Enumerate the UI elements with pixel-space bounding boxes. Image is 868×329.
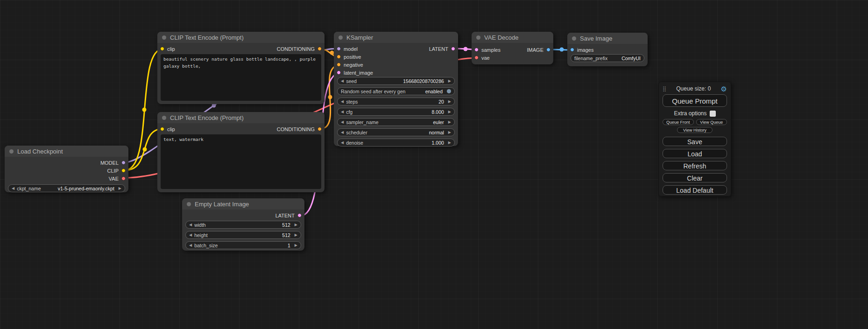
- widget-name: width: [194, 222, 206, 228]
- collapse-dot-icon[interactable]: [476, 35, 480, 40]
- collapse-dot-icon[interactable]: [162, 116, 166, 120]
- output-label: CONDITIONING: [277, 126, 315, 132]
- node-empty-latent-image[interactable]: Empty Latent Image LATENT ◀ width 512 ▶ …: [182, 198, 304, 251]
- model-input-port[interactable]: [337, 47, 341, 51]
- next-arrow-icon[interactable]: ▶: [295, 243, 297, 247]
- images-input-port[interactable]: [570, 48, 574, 52]
- prev-arrow-icon[interactable]: ◀: [341, 99, 344, 104]
- node-title-bar[interactable]: Empty Latent Image: [182, 198, 304, 210]
- widget-value: euler: [433, 119, 444, 125]
- next-arrow-icon[interactable]: ▶: [448, 130, 451, 134]
- steps-widget[interactable]: ◀ steps 20 ▶: [337, 98, 455, 105]
- prompt-textarea[interactable]: text, watermark: [161, 134, 321, 189]
- prev-arrow-icon[interactable]: ◀: [341, 120, 344, 124]
- node-title: KSampler: [346, 34, 373, 41]
- next-arrow-icon[interactable]: ▶: [448, 120, 451, 124]
- node-title-bar[interactable]: CLIP Text Encode (Prompt): [157, 32, 325, 43]
- io-row: samples IMAGE: [472, 46, 553, 54]
- input-label: vae: [481, 55, 490, 61]
- conditioning-output-port[interactable]: [318, 127, 322, 131]
- clear-button[interactable]: Clear: [663, 173, 727, 182]
- node-title-bar[interactable]: CLIP Text Encode (Prompt): [157, 112, 325, 123]
- samples-input-port[interactable]: [474, 48, 479, 52]
- node-title-bar[interactable]: VAE Decode: [472, 32, 553, 43]
- latent-image-input-port[interactable]: [337, 70, 341, 75]
- input-label: samples: [481, 47, 501, 53]
- next-arrow-icon[interactable]: ▶: [119, 186, 121, 190]
- queue-prompt-button[interactable]: Queue Prompt: [663, 94, 727, 107]
- positive-input-port[interactable]: [337, 55, 341, 59]
- vae-input-port[interactable]: [474, 56, 479, 60]
- graph-canvas[interactable]: Load Checkpoint MODEL CLIP VAE ◀ ckpt_na…: [0, 0, 868, 329]
- filename-prefix-widget[interactable]: filename_prefix ComfyUI: [571, 54, 644, 62]
- image-output-port[interactable]: [546, 48, 550, 52]
- prev-arrow-icon[interactable]: ◀: [341, 110, 344, 114]
- prev-arrow-icon[interactable]: ◀: [341, 79, 344, 83]
- cfg-widget[interactable]: ◀ cfg 8.000 ▶: [337, 108, 455, 116]
- collapse-dot-icon[interactable]: [162, 35, 166, 40]
- node-title-bar[interactable]: Load Checkpoint: [5, 146, 128, 157]
- prev-arrow-icon[interactable]: ◀: [189, 223, 192, 227]
- node-title-bar[interactable]: KSampler: [334, 32, 458, 43]
- input-row: positive: [334, 53, 458, 61]
- view-queue-button[interactable]: View Queue: [696, 119, 727, 125]
- width-widget[interactable]: ◀ width 512 ▶: [185, 221, 301, 229]
- prev-arrow-icon[interactable]: ◀: [12, 186, 14, 190]
- load-default-button[interactable]: Load Default: [663, 185, 727, 195]
- node-title: CLIP Text Encode (Prompt): [170, 114, 244, 121]
- extra-options-checkbox[interactable]: [710, 111, 716, 117]
- settings-gear-icon[interactable]: ⚙: [721, 85, 727, 92]
- next-arrow-icon[interactable]: ▶: [448, 79, 451, 83]
- random-seed-toggle-widget[interactable]: Random seed after every gen enabled: [337, 87, 455, 95]
- vae-output-port[interactable]: [121, 176, 126, 181]
- node-ksampler[interactable]: KSampler model LATENT positive negative …: [334, 32, 458, 146]
- scheduler-widget[interactable]: ◀ scheduler normal ▶: [337, 128, 455, 136]
- toggle-indicator-icon[interactable]: [447, 89, 451, 93]
- collapse-dot-icon[interactable]: [187, 202, 191, 206]
- node-title-bar[interactable]: Save Image: [567, 33, 648, 44]
- widget-name: cfg: [346, 109, 353, 115]
- link-midpoint-dot: [143, 147, 147, 152]
- ckpt-name-widget[interactable]: ◀ ckpt_name v1-5-pruned-emaonly.ckpt ▶: [8, 184, 125, 192]
- refresh-button[interactable]: Refresh: [663, 161, 727, 170]
- drag-handle-icon[interactable]: ⣿: [663, 86, 666, 92]
- next-arrow-icon[interactable]: ▶: [295, 233, 297, 237]
- next-arrow-icon[interactable]: ▶: [448, 110, 451, 114]
- clip-input-port[interactable]: [160, 47, 164, 51]
- prev-arrow-icon[interactable]: ◀: [189, 243, 192, 247]
- load-button[interactable]: Load: [663, 149, 727, 158]
- next-arrow-icon[interactable]: ▶: [448, 140, 451, 145]
- prev-arrow-icon[interactable]: ◀: [189, 233, 192, 237]
- node-load-checkpoint[interactable]: Load Checkpoint MODEL CLIP VAE ◀ ckpt_na…: [5, 146, 128, 192]
- height-widget[interactable]: ◀ height 512 ▶: [185, 231, 301, 239]
- prev-arrow-icon[interactable]: ◀: [341, 140, 344, 145]
- seed-widget[interactable]: ◀ seed 156680208700286 ▶: [337, 77, 455, 85]
- view-history-button[interactable]: View History: [677, 127, 713, 133]
- model-output-port[interactable]: [121, 161, 126, 165]
- node-clip-text-encode-negative[interactable]: CLIP Text Encode (Prompt) clip CONDITION…: [157, 112, 325, 192]
- next-arrow-icon[interactable]: ▶: [295, 223, 297, 227]
- node-vae-decode[interactable]: VAE Decode samples IMAGE vae: [472, 32, 553, 64]
- latent-output-port[interactable]: [297, 213, 302, 217]
- save-button[interactable]: Save: [663, 137, 727, 146]
- clip-output-port[interactable]: [121, 168, 126, 173]
- output-label: CLIP: [107, 168, 119, 174]
- collapse-dot-icon[interactable]: [339, 35, 343, 40]
- sampler-name-widget[interactable]: ◀ sampler_name euler ▶: [337, 118, 455, 126]
- node-clip-text-encode-positive[interactable]: CLIP Text Encode (Prompt) clip CONDITION…: [157, 32, 325, 104]
- clip-input-port[interactable]: [160, 127, 164, 131]
- output-label: LATENT: [429, 46, 448, 52]
- negative-input-port[interactable]: [337, 63, 341, 67]
- collapse-dot-icon[interactable]: [572, 36, 576, 41]
- batch-size-widget[interactable]: ◀ batch_size 1 ▶: [185, 241, 301, 249]
- node-save-image[interactable]: Save Image images filename_prefix ComfyU…: [567, 33, 648, 66]
- collapse-dot-icon[interactable]: [9, 149, 14, 154]
- next-arrow-icon[interactable]: ▶: [448, 99, 451, 104]
- latent-output-port[interactable]: [451, 47, 455, 51]
- prev-arrow-icon[interactable]: ◀: [341, 130, 344, 134]
- queue-front-button[interactable]: Queue Front: [663, 119, 694, 125]
- conditioning-output-port[interactable]: [318, 47, 322, 51]
- widget-value: v1-5-pruned-emaonly.ckpt: [58, 186, 114, 191]
- denoise-widget[interactable]: ◀ denoise 1.000 ▶: [337, 139, 455, 147]
- prompt-textarea[interactable]: beautiful scenery nature glass bottle la…: [161, 54, 321, 101]
